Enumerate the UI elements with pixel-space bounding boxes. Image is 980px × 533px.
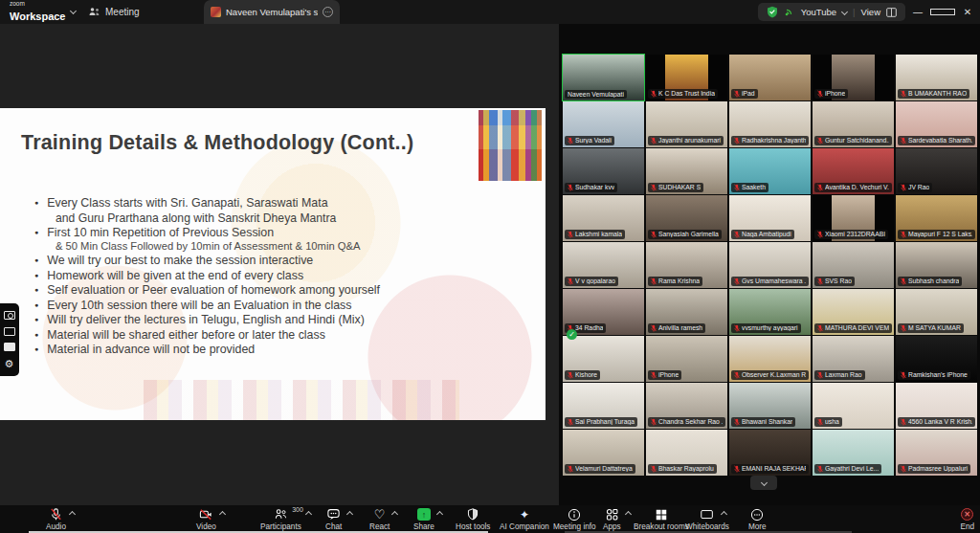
participant-tile[interactable]: Saaketh — [729, 148, 811, 194]
participant-tile[interactable]: Bhaskar Rayaprolu — [646, 430, 727, 476]
participant-tile[interactable]: Gayathri Devi Le... — [813, 430, 894, 476]
gallery-next-page-button[interactable] — [750, 476, 777, 490]
muted-mic-icon — [651, 184, 657, 191]
share-button[interactable]: ↑ Share — [413, 507, 434, 532]
close-button[interactable]: ✕ — [955, 7, 980, 17]
brand-label: Workspace — [10, 11, 66, 22]
participant-tile[interactable]: Padmasree Uppaluri — [896, 430, 977, 476]
tab-meeting[interactable]: Meeting — [88, 0, 140, 24]
chevron-up-icon[interactable] — [625, 511, 632, 518]
participant-tile[interactable]: vvsmurthy ayyagari — [729, 289, 811, 335]
participant-name: Lakshmi kamala — [575, 231, 622, 237]
participant-tile[interactable]: Xiaomi 2312DRAABI — [813, 195, 894, 241]
participant-tile[interactable]: Gvs Umamaheswara ... — [729, 242, 811, 288]
participant-tile[interactable]: Naga Ambatipudi — [729, 195, 811, 241]
chevron-up-icon[interactable] — [346, 511, 353, 518]
chevron-down-icon[interactable] — [841, 9, 848, 15]
participant-tile[interactable]: usha — [813, 383, 894, 429]
participant-tile[interactable]: JV Rao — [896, 148, 977, 194]
participant-tile[interactable]: Lakshmi kamala — [563, 195, 644, 241]
participant-tile[interactable]: K C Das Trust India — [646, 55, 727, 100]
participant-name-label: MATHURA DEVI VEMPA... — [814, 323, 892, 333]
participant-tile[interactable]: Mayapuri F 12 S Laks... — [896, 195, 977, 241]
participant-tile[interactable]: M SATYA KUMAR — [896, 289, 977, 335]
meeting-info-button[interactable]: Meeting info — [553, 507, 596, 532]
annotation-toolbar[interactable]: ⚙ — [0, 303, 19, 376]
participants-button[interactable]: 300 Participants — [260, 507, 301, 532]
chevron-up-icon[interactable] — [721, 511, 727, 518]
participant-name-label: Surya Vadali — [565, 136, 614, 145]
participant-name-label: Anivilla ramesh — [648, 323, 705, 333]
participant-tile[interactable]: iPhone — [646, 336, 727, 382]
participant-tile[interactable]: iPad — [729, 55, 811, 100]
participant-tile[interactable]: Avantika D. Vechuri V... — [813, 148, 894, 194]
participant-tile[interactable]: Rama Krishna — [646, 242, 727, 288]
chevron-up-icon[interactable] — [390, 511, 397, 518]
participant-tile[interactable]: Kishore — [563, 336, 644, 382]
participant-name: iPad — [742, 90, 755, 97]
participant-tile[interactable]: Sanyasiah Garimella — [646, 195, 727, 241]
chevron-down-icon[interactable] — [70, 8, 77, 14]
react-button[interactable]: ♡ React — [369, 507, 390, 532]
host-tools-button[interactable]: Host tools — [456, 507, 490, 532]
participant-tile[interactable]: EMANI RAJA SEKHAR — [729, 430, 811, 476]
breakout-rooms-button[interactable]: Breakout rooms — [634, 507, 689, 532]
chevron-up-icon[interactable] — [219, 511, 226, 518]
muted-mic-icon — [651, 231, 657, 238]
participant-tile[interactable]: SUDHAKAR S — [646, 148, 727, 194]
slide-bullet: ●Material will be shared either before o… — [29, 328, 512, 343]
participant-tile[interactable]: Sai Prabhanj Turaga — [563, 383, 644, 429]
participant-tile[interactable]: Surya Vadali — [563, 101, 644, 147]
live-stream-status[interactable]: YouTube | View — [758, 3, 905, 21]
record-icon[interactable] — [4, 343, 15, 351]
minimize-button[interactable]: — — [905, 7, 930, 17]
apps-button[interactable]: Apps — [603, 507, 621, 532]
participant-tile[interactable]: Velamuri Dattatreya — [563, 430, 644, 476]
participant-tile[interactable]: Ramkishan's iPhone — [896, 336, 977, 382]
muted-mic-icon — [817, 231, 823, 238]
chevron-up-icon[interactable] — [69, 511, 76, 518]
participant-tile[interactable]: iPhone — [813, 55, 894, 100]
chevron-down-icon — [760, 479, 767, 486]
participant-tile[interactable]: Jayanthi arunakumari — [646, 101, 727, 147]
maximize-button[interactable] — [930, 7, 955, 17]
participant-name-label: Sai Prabhanj Turaga — [565, 417, 637, 427]
participant-tile[interactable]: 4560 Lanka V R Krish... — [896, 383, 977, 429]
camera-icon[interactable] — [4, 311, 15, 320]
participant-tile[interactable]: Sudhakar kvv — [563, 148, 644, 194]
whiteboards-button[interactable]: Whiteboards — [685, 507, 729, 532]
participant-tile[interactable]: MATHURA DEVI VEMPA... — [813, 289, 894, 335]
participant-tile[interactable]: Radhakrishna Jayanthi — [729, 101, 811, 147]
view-label[interactable]: View — [861, 7, 880, 17]
participant-tile[interactable]: Sardevabatla Sharath... — [896, 101, 977, 147]
tab-shared-screen-label: Naveen Vemulapati's screen — [226, 7, 318, 17]
participant-tile[interactable]: Anivilla ramesh — [646, 289, 727, 335]
end-button[interactable]: ✕ End — [960, 507, 974, 532]
muted-mic-icon — [901, 371, 906, 379]
screen-rect-icon[interactable] — [4, 327, 15, 336]
tab-shared-screen[interactable]: Naveen Vemulapati's screen ⋯ — [204, 0, 340, 24]
muted-mic-icon — [568, 184, 573, 191]
participant-tile[interactable]: Naveen Vemulapati — [563, 55, 644, 100]
participant-tile[interactable]: B UMAKANTH RAO — [896, 55, 977, 100]
video-button[interactable]: Video — [196, 507, 216, 532]
chevron-up-icon[interactable] — [436, 511, 443, 518]
participant-tile[interactable]: Bhawani Shankar — [729, 383, 811, 429]
ai-companion-button[interactable]: ✦ AI Companion — [500, 507, 549, 532]
audio-button[interactable]: Audio — [46, 507, 66, 532]
tab-options-icon[interactable]: ⋯ — [323, 7, 333, 17]
participant-tile[interactable]: Chandra Sekhar Rao ... — [646, 383, 727, 429]
participant-tile[interactable]: Subhash chandra — [896, 242, 977, 288]
gear-icon[interactable]: ⚙ — [5, 359, 14, 368]
participant-name: Sanyasiah Garimella — [658, 231, 719, 237]
participant-tile[interactable]: Guntur Satchidanand... — [813, 101, 894, 147]
participant-tile[interactable]: SVS Rao — [813, 242, 894, 288]
participant-tile[interactable]: V v gopalarao — [563, 242, 644, 288]
chevron-up-icon[interactable] — [305, 511, 312, 518]
participant-tile[interactable]: Observer K.Laxman R... — [729, 336, 811, 382]
participant-tile[interactable]: 34 Radha ✓ — [563, 289, 644, 335]
muted-mic-icon — [817, 465, 823, 473]
participant-tile[interactable]: Laxman Rao — [813, 336, 894, 382]
chat-button[interactable]: Chat — [325, 507, 342, 532]
more-button[interactable]: More — [748, 507, 767, 532]
